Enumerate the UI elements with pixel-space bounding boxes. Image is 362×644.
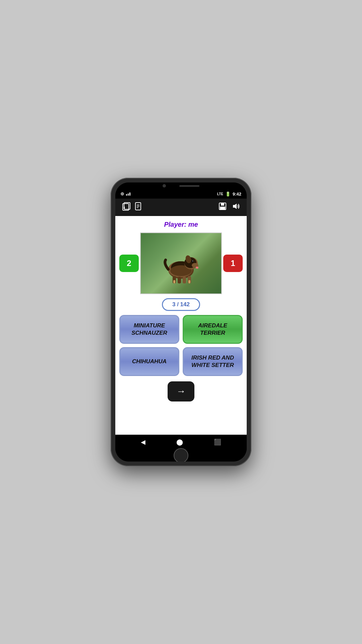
svg-point-18 bbox=[191, 260, 193, 262]
score-left: 2 bbox=[119, 255, 139, 272]
phone-screen: LTE 🔋 9:42 4 bbox=[115, 182, 247, 462]
player-label: Player: me bbox=[164, 221, 198, 228]
toolbar-right-icons bbox=[219, 202, 240, 212]
notch bbox=[115, 182, 247, 189]
answer-button-2[interactable]: AIREDALE TERRIER bbox=[183, 315, 243, 344]
status-left bbox=[121, 192, 130, 196]
status-right: LTE 🔋 9:42 bbox=[217, 192, 241, 197]
lte-indicator: LTE bbox=[217, 192, 223, 196]
next-arrow-icon: → bbox=[176, 386, 186, 397]
back-button[interactable]: ◀ bbox=[141, 438, 145, 446]
physical-home-button[interactable] bbox=[174, 448, 188, 462]
svg-point-20 bbox=[196, 267, 198, 269]
score-right: 1 bbox=[223, 255, 243, 272]
battery-icon: 🔋 bbox=[225, 192, 231, 197]
svg-rect-26 bbox=[173, 280, 175, 283]
save-icon[interactable] bbox=[219, 202, 227, 212]
svg-text:4: 4 bbox=[123, 206, 125, 209]
svg-marker-10 bbox=[233, 204, 237, 209]
phone-frame: LTE 🔋 9:42 4 bbox=[111, 178, 251, 466]
svg-rect-8 bbox=[221, 203, 224, 206]
progress-badge: 3 / 142 bbox=[162, 298, 200, 311]
document-icon[interactable] bbox=[135, 202, 142, 213]
answer-button-4[interactable]: IRISH RED AND WHITE SETTER bbox=[183, 347, 243, 376]
answer-button-3[interactable]: CHIHUAHUA bbox=[119, 347, 179, 376]
svg-rect-9 bbox=[220, 207, 225, 210]
svg-rect-27 bbox=[188, 280, 190, 283]
svg-rect-23 bbox=[178, 277, 181, 283]
image-row: 2 bbox=[119, 232, 243, 294]
speaker bbox=[179, 185, 199, 187]
svg-rect-24 bbox=[183, 277, 186, 283]
svg-point-19 bbox=[192, 261, 193, 261]
signal-bars bbox=[126, 193, 130, 196]
status-bar: LTE 🔋 9:42 bbox=[115, 189, 247, 199]
cards-icon[interactable]: 4 bbox=[122, 202, 131, 213]
bottom-nav: ◀ ⬤ ⬛ bbox=[115, 435, 247, 449]
dog-image bbox=[141, 233, 221, 293]
answer-grid: MINIATURE SCHNAUZER AIREDALE TERRIER CHI… bbox=[119, 315, 243, 376]
home-button[interactable]: ⬤ bbox=[176, 438, 183, 446]
sound-icon[interactable] bbox=[232, 202, 240, 212]
camera bbox=[163, 184, 166, 187]
recent-apps-button[interactable]: ⬛ bbox=[214, 438, 221, 446]
toolbar: 4 bbox=[115, 199, 247, 216]
home-indicator-area bbox=[115, 449, 247, 462]
main-content: Player: me 2 bbox=[115, 216, 247, 435]
status-dot bbox=[121, 192, 124, 196]
toolbar-left-icons: 4 bbox=[122, 202, 142, 213]
next-button[interactable]: → bbox=[168, 381, 194, 401]
clock: 9:42 bbox=[233, 192, 241, 197]
answer-button-1[interactable]: MINIATURE SCHNAUZER bbox=[119, 315, 179, 344]
dog-image-container bbox=[140, 232, 222, 294]
